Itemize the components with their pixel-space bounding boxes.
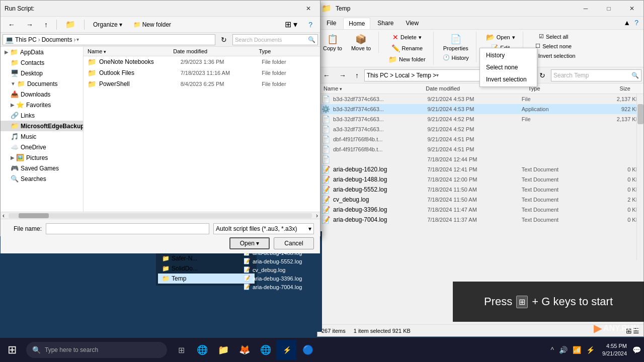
select-none-menu-item[interactable]: Select none [480,61,537,73]
dialog-refresh-button[interactable]: ↻ [217,34,230,46]
tree-item-edgebackups[interactable]: 📁 MicrosoftEdgeBackups [1,121,83,131]
dfh-type[interactable]: Type [259,48,316,54]
table-row[interactable]: 📝 aria-debug-5552.log 7/18/2024 11:50 AM… [317,185,643,195]
bg-file-item[interactable]: 📝 aria-debug-3396.log [242,274,322,283]
scroll-track[interactable] [9,213,312,218]
tree-item-downloads[interactable]: 📥 Downloads [1,89,83,100]
new-folder-toolbar-button[interactable]: 📁 New folder [130,19,175,31]
show-hidden-icons-button[interactable]: ^ [549,346,555,354]
tab-view[interactable]: View [400,18,424,29]
table-row[interactable]: 📄 a3d-32df7374c663... 9/21/2024 4:52 PM [317,124,643,134]
select-none-button[interactable]: ☐ Select none [533,41,574,51]
firefox-taskbar-icon[interactable]: 🦊 [234,340,255,360]
close-button[interactable]: ✕ [620,1,643,17]
table-row[interactable]: 📝 aria-debug-7004.log 7/18/2024 11:37 AM… [317,215,643,225]
bg-file-item[interactable]: 📝 aria-debug-5552.log [242,257,322,265]
tree-item-desktop[interactable]: 🖥️ Desktop [1,68,83,78]
search-box[interactable]: Search Temp 🔍 [551,69,641,81]
tree-item-appdata[interactable]: ▶ 📁 AppData [1,47,83,57]
tab-file[interactable]: File [321,18,341,29]
copy-to-button[interactable]: 📋 Copy to [319,32,346,53]
dialog-up-button[interactable]: ↑ [41,19,51,31]
tree-item-contacts[interactable]: 📁 Contacts [1,57,83,68]
help-icon[interactable]: ? [633,18,639,29]
dfh-name[interactable]: Name ▾ [88,48,173,54]
dialog-folder-icon[interactable]: 📁 [62,19,79,31]
delete-button[interactable]: ✕ Delete▾ [389,32,425,43]
tree-item-pictures[interactable]: ▶ 🖼️ Pictures [1,152,83,163]
invert-selection-menu-item[interactable]: Invert selection [480,73,537,85]
cancel-dialog-button[interactable]: Cancel [274,237,314,249]
table-row[interactable]: 📝 aria-debug-1488.log 7/18/2024 12:00 PM… [317,174,643,185]
forward-nav-button[interactable]: → [336,69,350,81]
start-button[interactable]: ⊞ [0,338,24,362]
dialog-file-row[interactable]: 📁 PowerShell 8/4/2023 6:25 PM File folde… [84,78,320,89]
horizontal-scrollbar[interactable]: ‹ › [1,212,320,219]
ribbon-expand-icon[interactable]: ▲ [622,18,631,29]
folder-item[interactable]: 📁 SolidDo... [158,263,255,274]
maximize-button[interactable]: □ [597,1,620,17]
organize-button[interactable]: Organize ▾ [90,19,126,31]
view-options-button[interactable]: ⊞ ▾ [281,19,301,31]
table-row[interactable]: 📄 dbf-4f91f766f84b.t... 9/21/2024 4:51 P… [317,134,643,144]
chrome-taskbar-icon[interactable]: 🌐 [256,340,276,360]
tree-item-savedgames[interactable]: 🎮 Saved Games [1,163,83,173]
open-button[interactable]: 📂 Open▾ [482,32,519,43]
table-row[interactable]: ⚙️ b3d-32df7374c663... 9/21/2024 4:53 PM… [317,104,643,114]
open-dialog-button[interactable]: Open ▾ [229,237,270,249]
dialog-file-row[interactable]: 📁 Outlook Files 7/18/2023 11:16 AM File … [84,67,320,78]
vertical-scrollbar[interactable] [636,94,643,260]
folder-item-temp[interactable]: 📁 Temp [158,274,255,284]
filetype-dropdown[interactable]: AutoIt script files (*.au3, *.a3x) ▾ [213,223,314,234]
history-button[interactable]: 🕐 History [440,53,471,62]
table-row[interactable]: 📄 7/18/2024 12:44 PM [317,154,643,164]
dialog-help-button[interactable]: ? [305,19,316,31]
bg-file-item[interactable]: 📝 aria-debug-7004.log [242,283,322,291]
task-view-button[interactable]: ⊞ [171,340,191,360]
dfh-date[interactable]: Date modified [173,48,259,54]
dialog-search-box[interactable]: Search Documents 🔍 [232,34,318,45]
tree-item-favorites[interactable]: ▶ ⭐ Favorites [1,100,83,110]
back-nav-button[interactable]: ← [319,69,334,81]
system-clock[interactable]: 4:55 PM 9/21/2024 [598,342,631,358]
tab-home[interactable]: Home [343,18,370,29]
table-row[interactable]: 📄 b3d-32df7374c663... 9/21/2024 4:52 PM … [317,114,643,124]
select-all-button[interactable]: ☑ Select all [536,32,571,41]
new-folder-button[interactable]: 📁 New folder [385,54,429,65]
up-nav-button[interactable]: ↑ [352,69,362,81]
bg-file-item[interactable]: 📝 cv_debug.log [242,265,322,274]
minimize-button[interactable]: ─ [574,1,597,17]
tree-item-onedrive[interactable]: ☁️ OneDrive [1,142,83,152]
tree-item-links[interactable]: 🔗 Links [1,110,83,121]
tab-share[interactable]: Share [372,18,398,29]
network-icon[interactable]: 📶 [571,346,583,354]
dialog-back-button[interactable]: ← [5,19,19,31]
table-row[interactable]: 📄 b3d-32df7374c663... 9/21/2024 4:53 PM … [317,94,643,104]
autoit-taskbar-icon[interactable]: 🔵 [298,340,318,360]
dialog-forward-button[interactable]: → [23,19,37,31]
folder-item[interactable]: 📁 Safer-N... [158,253,255,263]
table-row[interactable]: 📄 dbf-4f91f766f84b.t... 9/21/2024 4:51 P… [317,144,643,154]
scroll-thumb[interactable] [19,213,49,218]
notifications-button[interactable]: 💬 [633,338,640,362]
properties-button[interactable]: 📄 Properties [440,32,472,53]
scroll-right-icon[interactable]: › [314,212,320,219]
tree-item-searches[interactable]: 🔍 Searches [1,173,83,184]
history-menu-item[interactable]: History [480,49,537,61]
powershell-taskbar-icon[interactable]: ⚡ [277,340,297,360]
edge-taskbar-icon[interactable]: 🌐 [192,340,212,360]
table-row[interactable]: 📝 cv_debug.log 7/18/2024 11:50 AM Text D… [317,195,643,205]
tree-item-documents[interactable]: ▼ 📁 Documents [1,78,83,89]
dialog-close-button[interactable]: ✕ [297,1,320,17]
tree-item-music[interactable]: 🎵 Music [1,131,83,142]
taskbar-search-box[interactable]: 🔍 Type here to search [26,342,167,358]
volume-icon[interactable]: 🔊 [557,346,569,354]
scroll-thumb[interactable] [637,104,643,124]
scroll-left-icon[interactable]: ‹ [1,212,7,219]
explorer-taskbar-icon[interactable]: 📁 [213,340,233,360]
rename-button[interactable]: ✏️ Rename [388,43,427,54]
filename-input[interactable] [46,223,209,234]
table-row[interactable]: 📝 aria-debug-1620.log 7/18/2024 12:41 PM… [317,164,643,174]
dialog-file-row[interactable]: 📁 OneNote Notebooks 2/9/2023 1:36 PM Fil… [84,56,320,67]
move-to-button[interactable]: 📦 Move to [348,32,374,53]
